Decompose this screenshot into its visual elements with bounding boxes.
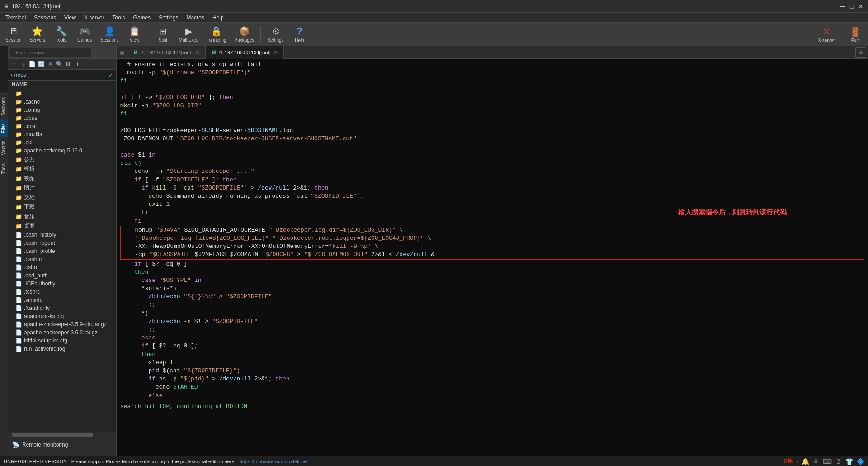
- terminal-area[interactable]: # ensure it exists, otw stop will fail m…: [117, 59, 868, 466]
- tab-settings-icon[interactable]: ⚙: [855, 47, 866, 58]
- display-icon[interactable]: 🖥: [835, 458, 842, 465]
- maximize-button[interactable]: □: [848, 3, 855, 10]
- split-button[interactable]: ⊞ Split: [152, 24, 175, 44]
- menu-macros[interactable]: Macros: [183, 14, 208, 22]
- list-item[interactable]: 📄 .bash_history: [8, 231, 116, 239]
- path-input[interactable]: [14, 72, 106, 78]
- tab-4[interactable]: 🖥 4. 192.168.83.134[root] ✕: [206, 46, 284, 59]
- view-button[interactable]: 📋 View: [123, 24, 146, 44]
- remote-monitoring-bar[interactable]: 📡 Remote monitoring: [8, 437, 116, 452]
- file-delete-button[interactable]: ✕: [46, 60, 54, 68]
- list-item[interactable]: 📁 .dbus: [8, 114, 116, 122]
- list-item[interactable]: 📁 桌面: [8, 221, 116, 231]
- scrollbar-thumb[interactable]: [12, 433, 93, 437]
- minimize-button[interactable]: ─: [839, 3, 846, 10]
- file-info-button[interactable]: ℹ: [73, 60, 81, 68]
- list-item[interactable]: 📂 .cache: [8, 98, 116, 106]
- tab-2[interactable]: 🖥 2. 192.168.83.134[root] ✕: [127, 46, 206, 59]
- vtab-tools[interactable]: Tools: [0, 159, 8, 177]
- file-tree[interactable]: 📁 .. 📂 .cache 📁 .config 📁 .dbus 📁 .local…: [8, 88, 116, 432]
- session-button[interactable]: 🖥 Session: [2, 24, 25, 44]
- sougou-input-icon[interactable]: S英: [783, 457, 793, 465]
- search-status-line: search hit TOP, continuing at BOTTOM: [120, 402, 864, 412]
- list-item[interactable]: 📄 initial-setup-ks.cfg: [8, 337, 116, 345]
- tree-item-label: 下载: [24, 203, 35, 211]
- list-item[interactable]: 📁 音乐: [8, 212, 116, 221]
- list-item[interactable]: 📄 .cshrc: [8, 263, 116, 271]
- tree-item-label: 视频: [24, 175, 35, 182]
- list-item[interactable]: 📄 .tcshrc: [8, 288, 116, 296]
- list-item[interactable]: 📄 .viminfo: [8, 296, 116, 304]
- statusbar: UNREGISTERED VERSION - Please support Mo…: [0, 456, 868, 466]
- file-down-button[interactable]: ↓: [19, 60, 27, 68]
- list-item[interactable]: 📁 模板: [8, 164, 116, 174]
- notification-icon[interactable]: 🔔: [802, 458, 809, 465]
- list-item[interactable]: 📁 .mozilla: [8, 130, 116, 138]
- shirt-icon[interactable]: 👕: [845, 458, 853, 465]
- list-item[interactable]: 📄 .ICEauthority: [8, 280, 116, 288]
- list-item[interactable]: 📁 apache-activemq-5.16.0: [8, 147, 116, 155]
- multiexec-button[interactable]: ▶ MultiExec: [175, 24, 202, 44]
- list-item[interactable]: 📄 .bash_logout: [8, 239, 116, 247]
- menu-help[interactable]: Help: [209, 14, 227, 22]
- menu-settings[interactable]: Settings: [155, 14, 182, 22]
- menu-view[interactable]: View: [61, 14, 80, 22]
- vtab-files[interactable]: Files: [0, 119, 8, 137]
- list-item[interactable]: 📁 文档: [8, 193, 116, 202]
- list-item[interactable]: 📄 .bashrc: [8, 255, 116, 263]
- quick-connect-input[interactable]: [10, 48, 91, 57]
- statusbar-link[interactable]: https://mobaxterm.mobatek.net: [240, 459, 308, 464]
- packages-button[interactable]: 📦 Packages: [231, 24, 258, 44]
- file-icon: 📄: [15, 240, 22, 246]
- file-icon: 📄: [15, 305, 22, 311]
- sessions-button[interactable]: 👤 Sessions: [97, 24, 123, 44]
- list-item[interactable]: 📁 图片: [8, 183, 116, 193]
- menu-terminal[interactable]: Terminal: [2, 14, 29, 22]
- list-item[interactable]: 📁 下载: [8, 202, 116, 212]
- list-item[interactable]: 📄 apache-zookeeper-3.5.9-bin.tar.gz: [8, 320, 116, 328]
- monitor-tray-icon[interactable]: 👁: [813, 458, 819, 465]
- menu-tools[interactable]: Tools: [109, 14, 129, 22]
- tools-button[interactable]: 🔧 Tools: [50, 24, 72, 44]
- close-button[interactable]: ✕: [857, 3, 864, 10]
- list-item[interactable]: 📄 apache-zookeeper-3.6.2.tar.gz: [8, 328, 116, 337]
- tab-close-2[interactable]: ✕: [195, 49, 200, 56]
- file-bold-button[interactable]: B: [64, 60, 72, 68]
- file-up-button[interactable]: ↑: [10, 60, 18, 68]
- settings-icon: ⚙: [272, 26, 280, 37]
- vtab-macros[interactable]: Macros: [0, 137, 8, 159]
- menu-xserver[interactable]: X server: [80, 14, 108, 22]
- diamond-icon[interactable]: 🔷: [857, 458, 864, 465]
- file-search-button[interactable]: 🔍: [55, 60, 63, 68]
- file-tree-scrollbar[interactable]: [8, 432, 116, 437]
- vtab-sessions[interactable]: Sessions: [0, 93, 8, 119]
- servers-button[interactable]: ⭐ Servers: [26, 24, 49, 44]
- term-line: "-Dzookeeper.log.file=${ZOO_LOG_FILE}" "…: [121, 234, 864, 243]
- list-item[interactable]: 📄 run_activemq.log: [8, 345, 116, 353]
- list-item[interactable]: 📄 .Xauthority: [8, 304, 116, 312]
- list-item[interactable]: 📁 .config: [8, 106, 116, 114]
- exit-button[interactable]: 🚪 Exit: [844, 24, 866, 45]
- settings-button[interactable]: ⚙ Settings: [264, 24, 287, 44]
- help-button[interactable]: ? Help: [288, 24, 311, 45]
- keyboard-icon[interactable]: ⌨: [823, 458, 832, 465]
- new-tab-left[interactable]: ⊕: [117, 49, 127, 56]
- menu-sessions[interactable]: Sessions: [30, 14, 60, 22]
- list-item[interactable]: 📁 .local: [8, 122, 116, 130]
- list-item[interactable]: 📁 .pki: [8, 138, 116, 147]
- games-button[interactable]: 🎮 Games: [73, 24, 96, 44]
- list-item[interactable]: 📄 anaconda-ks.cfg: [8, 312, 116, 320]
- list-item[interactable]: 📁 视频: [8, 174, 116, 183]
- list-item[interactable]: 📄 .bash_profile: [8, 247, 116, 255]
- term-line: echo $command already running as process…: [120, 192, 864, 200]
- xserver-button[interactable]: ✕ X server: [813, 24, 840, 45]
- file-new-button[interactable]: 📄: [28, 60, 36, 68]
- menu-games[interactable]: Games: [130, 14, 155, 22]
- tree-item-label: anaconda-ks.cfg: [24, 313, 64, 319]
- tunneling-button[interactable]: 🔒 Tunneling: [203, 24, 230, 44]
- list-item[interactable]: 📄 .esd_auth: [8, 271, 116, 280]
- tree-item-parent[interactable]: 📁 ..: [8, 90, 116, 98]
- file-refresh-button[interactable]: 🔄: [37, 60, 45, 68]
- tab-close-4[interactable]: ✕: [274, 49, 278, 56]
- list-item[interactable]: 📁 公共: [8, 155, 116, 164]
